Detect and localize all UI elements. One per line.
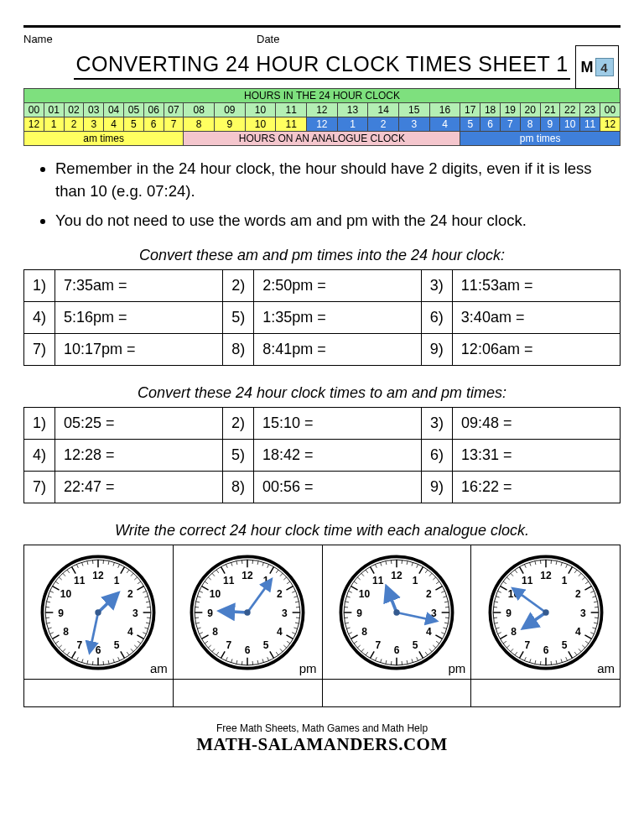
clock-cell: 123456789101112 pm [323,545,472,707]
question-value: 15:10 = [254,408,422,440]
hour12-cell: 1 [337,117,368,132]
clock-face: 123456789101112 am [471,545,620,680]
grade-number: 4 [595,58,614,76]
hour24-cell: 01 [44,103,64,117]
svg-text:6: 6 [543,644,548,656]
hour12-cell: 4 [104,117,124,132]
question-number: 3) [421,270,452,302]
svg-text:5: 5 [263,639,269,651]
logo-m-icon: M [581,59,594,76]
svg-text:9: 9 [356,607,362,619]
clock-face: 123456789101112 am [24,545,173,680]
question-number: 8) [223,472,254,503]
hour12-cell: 11 [580,117,600,132]
hour12-cell: 12 [307,117,338,132]
hour12-cell: 2 [368,117,399,132]
hour24-cell: 05 [123,103,143,117]
question-value: 10:17pm = [55,334,223,366]
clock-face: 123456789101112 pm [174,545,322,680]
question-number: 3) [422,408,453,440]
svg-text:4: 4 [575,626,581,638]
hours-table-caption: HOURS IN THE 24 HOUR CLOCK [24,89,621,103]
hour12-cell: 3 [398,117,429,132]
question-number: 9) [422,472,453,503]
hour24-cell: 11 [276,103,307,117]
instruction-item: You do not need to use the words am and … [55,210,612,232]
question-value: 8:41pm = [254,334,422,366]
hour24-cell: 19 [500,103,520,117]
svg-text:8: 8 [64,626,70,638]
svg-text:3: 3 [132,607,138,619]
hour24-cell: 00 [600,103,620,117]
svg-text:2: 2 [277,588,283,600]
svg-text:5: 5 [413,639,418,651]
hour24-cell: 10 [245,103,276,117]
svg-text:12: 12 [391,570,402,581]
hour24-cell: 13 [337,103,368,117]
svg-text:4: 4 [277,626,283,638]
legend-analogue: HOURS ON AN ANALOGUE CLOCK [184,132,460,146]
question-number: 5) [223,440,254,472]
svg-text:5: 5 [561,639,567,651]
hour24-cell: 18 [480,103,501,117]
question-value: 09:48 = [453,408,621,440]
hour24-cell: 08 [184,103,215,117]
svg-text:1: 1 [561,575,567,586]
hour12-cell: 3 [84,117,104,132]
question-number: 7) [24,334,55,366]
clock-answer-box [471,680,620,706]
svg-text:7: 7 [524,639,530,651]
svg-text:10: 10 [60,588,72,600]
svg-text:11: 11 [223,575,235,586]
svg-text:3: 3 [580,607,586,619]
hour12-cell: 1 [44,117,64,132]
question-value: 18:42 = [254,440,422,472]
hour24-cell: 00 [24,103,44,117]
legend-am: am times [24,132,184,146]
svg-text:6: 6 [394,644,400,656]
instruction-item: Remember in the 24 hour clock, the hour … [55,158,612,203]
question-value: 00:56 = [254,472,422,503]
hour12-cell: 5 [460,117,480,132]
hour12-cell: 8 [184,117,215,132]
footer-line1: Free Math Sheets, Math Games and Math He… [23,722,621,734]
svg-text:11: 11 [74,575,86,586]
svg-text:3: 3 [282,607,288,619]
hour24-cell: 23 [580,103,600,117]
footer-line2: MATH-SALAMANDERS.COM [23,734,621,755]
svg-text:11: 11 [372,575,384,586]
question-value: 05:25 = [55,408,223,440]
hour12-cell: 10 [560,117,580,132]
svg-text:10: 10 [507,588,519,600]
date-label: Date [257,33,279,45]
svg-text:9: 9 [207,607,213,619]
section3-caption: Write the correct 24 hour clock time wit… [23,522,621,539]
svg-point-230 [393,609,399,615]
svg-text:10: 10 [210,588,221,600]
clock-row: 123456789101112 am 123456789101112 pm 12… [23,545,621,707]
svg-text:8: 8 [511,626,517,638]
hour24-cell: 09 [215,103,246,117]
hours-table: HOURS IN THE 24 HOUR CLOCK 0001020304050… [23,88,621,146]
hour12-cell: 9 [215,117,246,132]
section2-table: 1)05:25 =2)15:10 =3)09:48 =4)12:28 =5)18… [23,407,621,503]
worksheet-grade-badge: M 4 [575,45,619,89]
svg-text:3: 3 [431,607,437,619]
question-value: 2:50pm = [254,270,422,302]
svg-text:12: 12 [540,570,552,581]
hour12-cell: 10 [245,117,276,132]
hour12-cell: 5 [123,117,143,132]
clock-answer-box [24,680,173,706]
svg-text:7: 7 [375,639,381,651]
clock-ampm: am [150,661,168,675]
svg-text:12: 12 [93,570,105,581]
hour12-cell: 12 [600,117,620,132]
svg-text:4: 4 [426,626,432,638]
clock-answer-box [323,680,471,706]
question-value: 7:35am = [55,270,223,302]
clock-face: 123456789101112 pm [323,545,471,680]
svg-text:7: 7 [226,639,232,651]
question-number: 7) [24,472,55,503]
hour12-cell: 7 [164,117,184,132]
svg-text:9: 9 [59,607,65,619]
